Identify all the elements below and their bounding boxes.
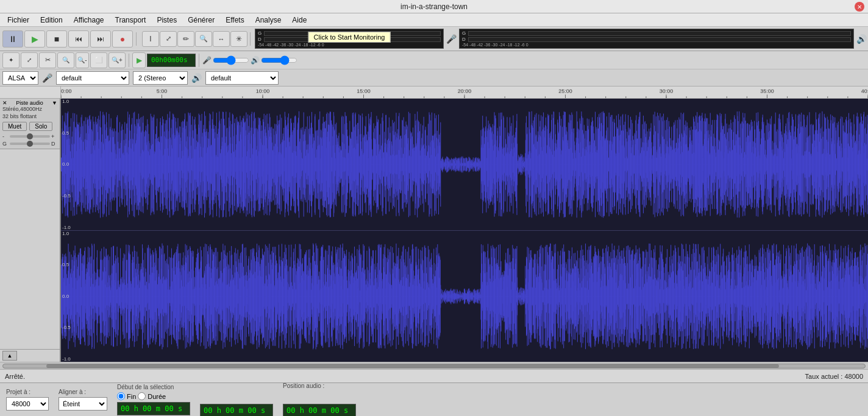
- speaker-device-icon: 🔊: [191, 73, 202, 83]
- waveform-channel-top: 1.0 0.5 0.0 -0.5 -1.0: [61, 99, 868, 231]
- tool-zoom-full[interactable]: 🔍+: [108, 52, 126, 68]
- menu-fichier[interactable]: Fichier: [2, 15, 34, 26]
- track-close-x[interactable]: ✕: [2, 100, 7, 106]
- skip-back-button[interactable]: ⏮: [68, 30, 89, 48]
- duree-label: Durée: [148, 393, 166, 400]
- tool-zoom-fit[interactable]: ⤢: [21, 52, 38, 68]
- scrollbar-track[interactable]: [2, 364, 866, 368]
- waveform-channel-bottom: 1.0 0.5 0.0 -0.5 -1.0: [61, 231, 868, 362]
- play-position-display: 00h00m00s: [147, 54, 196, 67]
- menu-pistes[interactable]: Pistes: [152, 15, 182, 26]
- fin-label: Fin: [127, 393, 136, 400]
- pause-button[interactable]: ⏸: [2, 30, 23, 48]
- track-type-label: Piste audio: [16, 100, 43, 106]
- track-info2: 32 bits flottant: [2, 113, 57, 121]
- vu-right-d-label: D: [462, 37, 467, 42]
- pan-right-label: D: [51, 141, 57, 147]
- vu-left-d-label: D: [258, 37, 263, 42]
- play-at-button[interactable]: ▶: [132, 52, 146, 68]
- project-rate-select[interactable]: 48000 44100 96000: [6, 397, 49, 411]
- vu-scale-label: -54 -48 -42 -36 -30 -24 -18 -12 -6 0: [258, 43, 324, 47]
- app-title: im-in-a-strange-town: [400, 2, 468, 11]
- tool-select[interactable]: ✦: [2, 52, 20, 68]
- mic-icon: 🎤: [446, 34, 457, 44]
- output-volume-slider[interactable]: [261, 56, 297, 65]
- track-dropdown[interactable]: ▼: [52, 100, 57, 106]
- zoom-fit-tool[interactable]: ↔: [213, 31, 230, 47]
- tool-zoom-out[interactable]: 🔍-: [76, 52, 89, 68]
- selection-end-input[interactable]: [200, 404, 273, 417]
- mic-small-icon: 🎤: [202, 56, 212, 65]
- position-label: Position audio :: [283, 383, 356, 389]
- pan-slider-thumb[interactable]: [27, 141, 33, 147]
- tool-zoom-sel[interactable]: ⬜: [90, 52, 107, 68]
- align-select[interactable]: Éteint: [59, 397, 107, 411]
- gain-plus: +: [51, 133, 57, 139]
- scrollbar-thumb[interactable]: [46, 364, 779, 368]
- close-button[interactable]: ✕: [855, 2, 864, 12]
- project-label: Projet à :: [6, 389, 49, 395]
- fin-radio[interactable]: [117, 392, 125, 400]
- api-select[interactable]: ALSA: [2, 71, 38, 85]
- duree-radio[interactable]: [138, 392, 146, 400]
- selection-end-spacer: [200, 383, 273, 389]
- vu-left-g-label: G: [258, 30, 263, 36]
- channels-select[interactable]: 2 (Stereo: [133, 71, 188, 85]
- stop-button[interactable]: ■: [46, 30, 67, 48]
- zoom-in-tool[interactable]: 🔍: [195, 31, 212, 47]
- input-device-select[interactable]: default: [56, 71, 129, 85]
- align-label: Aligner à :: [59, 389, 107, 395]
- menubar: Fichier Edition Affichage Transport Pist…: [0, 13, 868, 27]
- mic-device-icon: 🎤: [42, 73, 52, 83]
- menu-effets[interactable]: Effets: [221, 15, 249, 26]
- menu-analyse[interactable]: Analyse: [251, 15, 286, 26]
- pan-left-label: G: [2, 141, 9, 147]
- monitor-popup[interactable]: Click to Start Monitoring: [308, 32, 391, 43]
- ruler: [61, 86, 868, 98]
- collapse-button[interactable]: ▲: [2, 351, 17, 361]
- input-volume-slider[interactable]: [213, 56, 249, 65]
- speaker-small-icon: 🔊: [251, 56, 260, 65]
- solo-button[interactable]: Solo: [29, 122, 52, 131]
- titlebar: im-in-a-strange-town ✕: [0, 0, 868, 13]
- track-panel: ✕ Piste audio ▼ Stéréo,48000Hz 32 bits f…: [0, 99, 61, 362]
- cursor-tool[interactable]: I: [142, 31, 159, 47]
- menu-transport[interactable]: Transport: [110, 15, 151, 26]
- menu-generer[interactable]: Générer: [183, 15, 219, 26]
- envelope-tool[interactable]: ⤢: [160, 31, 177, 47]
- record-button[interactable]: ●: [112, 30, 133, 48]
- gain-minus: -: [2, 133, 9, 139]
- menu-aide[interactable]: Aide: [287, 15, 311, 26]
- menu-affichage[interactable]: Affichage: [69, 15, 109, 26]
- skip-fwd-button[interactable]: ⏭: [90, 30, 111, 48]
- sample-rate-display: Taux actuel : 48000: [805, 373, 863, 380]
- bottombar: Projet à : 48000 44100 96000 Aligner à :…: [0, 383, 868, 416]
- vu-right-g-label: G: [462, 30, 467, 36]
- vu-right-scale: -54 -48 -42 -36 -30 -24 -18 -12 -6 0: [462, 43, 528, 47]
- tool-zoom2[interactable]: 🔍: [57, 52, 74, 68]
- menu-edition[interactable]: Edition: [35, 15, 68, 26]
- gain-slider-thumb[interactable]: [27, 133, 33, 139]
- statusbar: Arrêté. Taux actuel : 48000: [0, 369, 868, 383]
- pan-slider-track[interactable]: [10, 143, 50, 145]
- position-input[interactable]: [283, 404, 356, 417]
- selection-start-input[interactable]: [117, 402, 190, 415]
- waveform-display: 1.0 0.5 0.0 -0.5 -1.0 1.0 0.5 0.0 -0.5 -…: [61, 99, 868, 362]
- status-text: Arrêté.: [5, 373, 805, 380]
- selection-label: Début de la sélection: [117, 384, 190, 390]
- output-device-select[interactable]: default: [205, 71, 279, 85]
- tools-toolbar: ✦ ⤢ ✂ 🔍 🔍- ⬜ 🔍+ ▶ 00h00m00s 🎤 🔊: [0, 51, 868, 69]
- speaker-icon: 🔊: [856, 34, 867, 44]
- mute-button[interactable]: Muet: [2, 122, 27, 131]
- track-info1: Stéréo,48000Hz: [2, 106, 57, 113]
- device-row: ALSA 🎤 default 2 (Stereo 🔊 default: [0, 69, 868, 86]
- multi-tool[interactable]: ✳: [230, 31, 247, 47]
- play-button[interactable]: ▶: [24, 30, 45, 48]
- tool-cut[interactable]: ✂: [39, 52, 56, 68]
- gain-slider-track[interactable]: [10, 135, 50, 138]
- draw-tool[interactable]: ✏: [177, 31, 194, 47]
- horizontal-scrollbar[interactable]: [0, 362, 868, 369]
